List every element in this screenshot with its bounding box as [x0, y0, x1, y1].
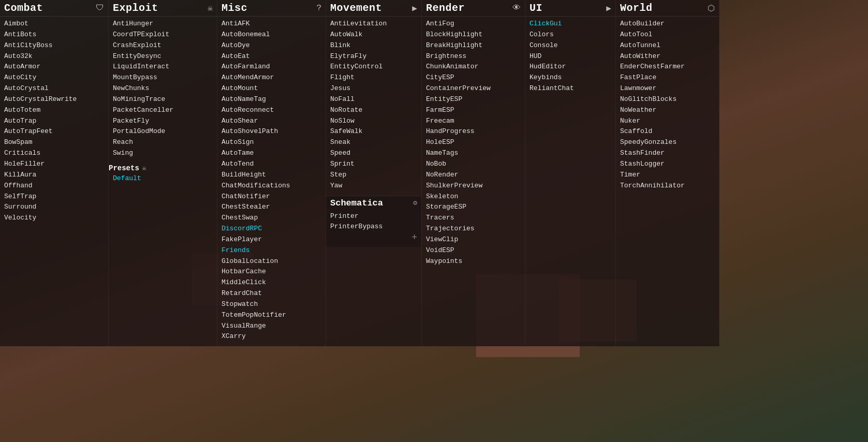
- item-bowspam[interactable]: BowSpam: [4, 137, 104, 148]
- plus-icon[interactable]: +: [330, 232, 417, 243]
- item-stashlogger[interactable]: StashLogger: [620, 159, 715, 170]
- item-holeesp[interactable]: HoleESP: [426, 137, 521, 148]
- item-antibots[interactable]: AntiBots: [4, 30, 104, 40]
- item-safewalk[interactable]: SafeWalk: [330, 126, 417, 137]
- item-tracers[interactable]: Tracers: [426, 213, 521, 224]
- item-lawnmower[interactable]: Lawnmower: [620, 83, 715, 94]
- item-default[interactable]: Default: [113, 173, 213, 184]
- item-autowalk[interactable]: AutoWalk: [330, 30, 417, 40]
- item-velocity[interactable]: Velocity: [4, 213, 104, 224]
- item-yaw[interactable]: Yaw: [330, 181, 417, 191]
- item-autocrystalrewrite[interactable]: AutoCrystalRewrite: [4, 94, 104, 105]
- item-scaffold[interactable]: Scaffold: [620, 126, 715, 137]
- item-surround[interactable]: Surround: [4, 202, 104, 213]
- item-autotend[interactable]: AutoTend: [222, 159, 321, 170]
- item-voidesp[interactable]: VoidESP: [426, 245, 521, 256]
- item-autotrapfeet[interactable]: AutoTrapFeet: [4, 126, 104, 137]
- panel-header-ui[interactable]: UI▶: [525, 0, 615, 17]
- item-noglitchblocks[interactable]: NoGlitchBlocks: [620, 94, 715, 105]
- item-storageesp[interactable]: StorageESP: [426, 202, 521, 213]
- item-autofarmland[interactable]: AutoFarmland: [222, 62, 321, 72]
- item-torchannihilator[interactable]: TorchAnnihilator: [620, 181, 715, 191]
- item-blink[interactable]: Blink: [330, 40, 417, 51]
- panel-header-world[interactable]: World⬡: [616, 0, 719, 17]
- item-xcarry[interactable]: XCarry: [222, 331, 321, 342]
- item-crashexploit[interactable]: CrashExploit: [113, 40, 213, 51]
- item-nuker[interactable]: Nuker: [620, 116, 715, 127]
- item-step[interactable]: Step: [330, 170, 417, 181]
- item-packetcanceller[interactable]: PacketCanceller: [113, 105, 213, 116]
- item-speedygonzales[interactable]: SpeedyGonzales: [620, 137, 715, 148]
- item-autotool[interactable]: AutoTool: [620, 30, 715, 40]
- item-clickgui[interactable]: ClickGui: [529, 19, 611, 30]
- item-keybinds[interactable]: Keybinds: [529, 72, 611, 83]
- item-sneak[interactable]: Sneak: [330, 137, 417, 148]
- item-nofall[interactable]: NoFall: [330, 94, 417, 105]
- item-autosign[interactable]: AutoSign: [222, 137, 321, 148]
- item-blockhighlight[interactable]: BlockHighlight: [426, 30, 521, 40]
- item-middleclick[interactable]: MiddleClick: [222, 277, 321, 288]
- item-chestswap[interactable]: ChestSwap: [222, 213, 321, 224]
- item-killaura[interactable]: KillAura: [4, 170, 104, 181]
- item-entityesp[interactable]: EntityESP: [426, 94, 521, 105]
- item-selftrap[interactable]: SelfTrap: [4, 191, 104, 202]
- item-nobob[interactable]: NoBob: [426, 159, 521, 170]
- item-speed[interactable]: Speed: [330, 148, 417, 159]
- item-hud[interactable]: HUD: [529, 51, 611, 62]
- item-autotame[interactable]: AutoTame: [222, 148, 321, 159]
- item-autocity[interactable]: AutoCity: [4, 72, 104, 83]
- item-friends[interactable]: Friends: [222, 245, 321, 256]
- item-offhand[interactable]: Offhand: [4, 181, 104, 191]
- item-brightness[interactable]: Brightness: [426, 51, 521, 62]
- item-antiafk[interactable]: AntiAFK: [222, 19, 321, 30]
- item-stashfinder[interactable]: StashFinder: [620, 148, 715, 159]
- item-autoreconnect[interactable]: AutoReconnect: [222, 105, 321, 116]
- item-cityesp[interactable]: CityESP: [426, 72, 521, 83]
- item-freecam[interactable]: Freecam: [426, 116, 521, 127]
- item-reach[interactable]: Reach: [113, 137, 213, 148]
- item-stopwatch[interactable]: Stopwatch: [222, 299, 321, 310]
- item-autototem[interactable]: AutoTotem: [4, 105, 104, 116]
- item-jesus[interactable]: Jesus: [330, 83, 417, 94]
- item-portalgodmode[interactable]: PortalGodMode: [113, 126, 213, 137]
- item-autodye[interactable]: AutoDye: [222, 40, 321, 51]
- item-hudeditor[interactable]: HudEditor: [529, 62, 611, 72]
- item-printerbypass[interactable]: PrinterBypass: [330, 222, 417, 232]
- item-elytrafly[interactable]: ElytraFly: [330, 51, 417, 62]
- item-coordtpexploit[interactable]: CoordTPExploit: [113, 30, 213, 40]
- item-globallocation[interactable]: GlobalLocation: [222, 256, 321, 267]
- item-fakeplayer[interactable]: FakePlayer: [222, 234, 321, 245]
- item-entitydesync[interactable]: EntityDesync: [113, 51, 213, 62]
- item-autocrystal[interactable]: AutoCrystal: [4, 83, 104, 94]
- item-printer[interactable]: Printer: [330, 211, 417, 222]
- item-automendarmor[interactable]: AutoMendArmor: [222, 72, 321, 83]
- item-holefiller[interactable]: HoleFiller: [4, 159, 104, 170]
- item-anticityboss[interactable]: AntiCityBoss: [4, 40, 104, 51]
- item-visualrange[interactable]: VisualRange: [222, 321, 321, 332]
- item-newchunks[interactable]: NewChunks: [113, 83, 213, 94]
- item-enderchestfarmer[interactable]: EnderChestFarmer: [620, 62, 715, 72]
- item-packetfly[interactable]: PacketFly: [113, 116, 213, 127]
- item-containerpreview[interactable]: ContainerPreview: [426, 83, 521, 94]
- item-colors[interactable]: Colors: [529, 30, 611, 40]
- item-fastplace[interactable]: FastPlace: [620, 72, 715, 83]
- item-handprogress[interactable]: HandProgress: [426, 126, 521, 137]
- item-shulkerpreview[interactable]: ShulkerPreview: [426, 181, 521, 191]
- panel-header-combat[interactable]: Combat🛡: [0, 0, 108, 17]
- item-automount[interactable]: AutoMount: [222, 83, 321, 94]
- item-autonametag[interactable]: AutoNameTag: [222, 94, 321, 105]
- item-console[interactable]: Console: [529, 40, 611, 51]
- item-norender[interactable]: NoRender: [426, 170, 521, 181]
- item-nominingtrace[interactable]: NoMiningTrace: [113, 94, 213, 105]
- item-trajectories[interactable]: Trajectories: [426, 224, 521, 234]
- item-antihunger[interactable]: AntiHunger: [113, 19, 213, 30]
- item-flight[interactable]: Flight: [330, 72, 417, 83]
- item-aimbot[interactable]: Aimbot: [4, 19, 104, 30]
- item-timer[interactable]: Timer: [620, 170, 715, 181]
- item-retardchat[interactable]: RetardChat: [222, 288, 321, 299]
- item-nametags[interactable]: NameTags: [426, 148, 521, 159]
- item-discordrpc[interactable]: DiscordRPC: [222, 224, 321, 234]
- item-reliantchat[interactable]: ReliantChat: [529, 83, 611, 94]
- item-antilevitation[interactable]: AntiLevitation: [330, 19, 417, 30]
- item-criticals[interactable]: Criticals: [4, 148, 104, 159]
